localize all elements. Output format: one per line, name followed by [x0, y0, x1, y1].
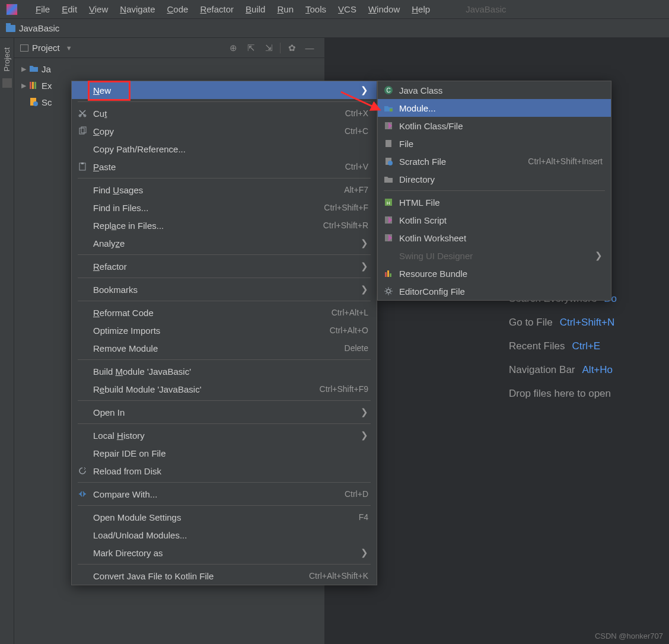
menu-item-mark-directory-as[interactable]: Mark Directory as❯ [72, 544, 377, 562]
menu-edit[interactable]: Edit [56, 4, 83, 14]
menu-run[interactable]: Run [271, 4, 300, 14]
project-view-icon [20, 44, 28, 52]
menu-item-analyze[interactable]: Analyze❯ [72, 234, 377, 252]
menu-item-label: Cut [93, 109, 345, 119]
expand-arrow-icon[interactable]: ▶ [21, 82, 28, 90]
menu-item-file[interactable]: File [378, 135, 611, 152]
menu-item-reformat-code[interactable]: Reformat CodeCtrl+Alt+L [72, 304, 377, 321]
svg-point-17 [388, 161, 393, 165]
breadcrumb-root[interactable]: JavaBasic [19, 23, 59, 33]
menu-item-repair-ide-on-file[interactable]: Repair IDE on File [72, 444, 377, 462]
menu-item-kotlin-worksheet[interactable]: Kotlin Worksheet [378, 229, 611, 247]
shortcut-label: Ctrl+Alt+Shift+K [309, 571, 368, 581]
menu-item-java-class[interactable]: CJava Class [378, 81, 611, 99]
hint-shortcut: Ctrl+Shift+N [560, 317, 615, 329]
menu-build[interactable]: Build [240, 4, 271, 14]
menu-item-label: Analyze [93, 238, 355, 248]
gear-icon[interactable]: ✿ [286, 43, 297, 53]
scratch-icon [378, 157, 399, 166]
kotlin-icon [378, 233, 399, 243]
menu-item-copy-path-reference-[interactable]: Copy Path/Reference... [72, 140, 377, 158]
menu-item-compare-with-[interactable]: Compare With...Ctrl+D [72, 485, 377, 503]
menu-item-label: Directory [399, 174, 603, 184]
hint-label: Recent Files [509, 340, 565, 352]
tree-node[interactable]: ▶ Ja [14, 60, 324, 77]
menu-item-convert-java-file-to-kotlin-file[interactable]: Convert Java File to Kotlin FileCtrl+Alt… [72, 567, 377, 585]
paste-icon [72, 162, 93, 171]
shortcut-label: Ctrl+Alt+L [332, 308, 368, 317]
menu-navigate[interactable]: Navigate [114, 4, 161, 14]
menu-item-bookmarks[interactable]: Bookmarks❯ [72, 280, 377, 298]
expand-all-icon[interactable]: ⇱ [246, 43, 256, 53]
project-tab[interactable]: Project [2, 44, 11, 75]
menu-item-rebuild-module-javabasic-[interactable]: Rebuild Module 'JavaBasic'Ctrl+Shift+F9 [72, 380, 377, 398]
menu-refactor[interactable]: Refactor [194, 4, 240, 14]
menu-item-editorconfig-file[interactable]: EditorConfig File [378, 282, 611, 300]
toolwindow-stripe: Project [0, 38, 14, 644]
menu-item-load-unload-modules-[interactable]: Load/Unload Modules... [72, 526, 377, 544]
menu-help[interactable]: Help [406, 4, 436, 14]
menu-item-reload-from-disk[interactable]: Reload from Disk [72, 462, 377, 480]
menu-window[interactable]: Window [362, 4, 406, 14]
chevron-down-icon[interactable]: ▼ [66, 44, 72, 52]
menu-item-label: Convert Java File to Kotlin File [93, 571, 309, 581]
menu-tools[interactable]: Tools [300, 4, 332, 14]
menu-item-label: Refactor [93, 262, 355, 272]
locate-icon[interactable]: ⊕ [228, 43, 238, 53]
svg-rect-2 [34, 82, 36, 89]
menu-item-refactor[interactable]: Refactor❯ [72, 257, 377, 275]
module-icon [378, 103, 399, 113]
menu-item-label: Resource Bundle [399, 269, 603, 279]
menu-item-copy[interactable]: CopyCtrl+C [72, 122, 377, 140]
menu-item-open-module-settings[interactable]: Open Module SettingsF4 [72, 508, 377, 526]
toolwindow-title[interactable]: Project [32, 43, 60, 53]
menu-item-resource-bundle[interactable]: Resource Bundle [378, 264, 611, 282]
hint-shortcut: Alt+Ho [582, 364, 613, 376]
svg-rect-13 [390, 109, 393, 111]
app-icon [6, 4, 18, 15]
reload-icon [72, 466, 93, 476]
menu-item-optimize-imports[interactable]: Optimize ImportsCtrl+Alt+O [72, 321, 377, 339]
menu-item-find-usages[interactable]: Find UsagesAlt+F7 [72, 181, 377, 199]
window-title: JavaBasic [436, 4, 506, 14]
menu-vcs[interactable]: VCS [332, 4, 362, 14]
submenu-arrow-icon: ❯ [355, 238, 368, 248]
hint-label: Drop files here to open [509, 388, 611, 400]
menu-item-cut[interactable]: CutCtrl+X [72, 104, 377, 122]
menu-item-build-module-javabasic-[interactable]: Build Module 'JavaBasic' [72, 362, 377, 380]
menu-item-replace-in-files-[interactable]: Replace in Files...Ctrl+Shift+R [72, 216, 377, 234]
expand-arrow-icon[interactable]: ▶ [21, 65, 28, 73]
menu-item-local-history[interactable]: Local History❯ [72, 426, 377, 444]
menu-item-find-in-files-[interactable]: Find in Files...Ctrl+Shift+F [72, 199, 377, 216]
menu-item-scratch-file[interactable]: Scratch FileCtrl+Alt+Shift+Insert [378, 152, 611, 170]
menu-item-kotlin-class-file[interactable]: Kotlin Class/File [378, 117, 611, 135]
menu-view[interactable]: View [83, 4, 114, 14]
hide-icon[interactable]: — [304, 43, 315, 53]
structure-tab-icon[interactable] [2, 78, 12, 88]
menu-item-label: Optimize Imports [93, 326, 330, 336]
menu-item-label: Repair IDE on File [93, 448, 368, 458]
menu-item-label: HTML File [399, 197, 603, 208]
shortcut-label: Ctrl+Shift+R [323, 221, 368, 230]
menu-item-kotlin-script[interactable]: Kotlin Script [378, 211, 611, 229]
svg-rect-24 [390, 273, 391, 277]
menu-item-paste[interactable]: PasteCtrl+V [72, 158, 377, 176]
menu-item-module-[interactable]: Module... [378, 99, 611, 117]
shortcut-label: Ctrl+D [345, 489, 368, 499]
menu-item-remove-module[interactable]: Remove ModuleDelete [72, 339, 377, 357]
svg-point-4 [33, 101, 38, 106]
hint-shortcut: Ctrl+E [572, 340, 600, 352]
menu-item-swing-ui-designer: Swing UI Designer❯ [378, 247, 611, 264]
menu-item-html-file[interactable]: HHTML File [378, 193, 611, 211]
menu-item-label: Module... [399, 103, 603, 113]
menu-item-new[interactable]: New❯ [72, 81, 377, 99]
menu-item-label: EditorConfig File [399, 286, 603, 297]
collapse-all-icon[interactable]: ⇲ [263, 43, 274, 53]
submenu-arrow-icon: ❯ [355, 85, 368, 95]
menu-file[interactable]: File [30, 4, 56, 14]
svg-text:H: H [387, 200, 390, 206]
menu-item-open-in[interactable]: Open In❯ [72, 403, 377, 421]
menu-code[interactable]: Code [161, 4, 195, 14]
menu-item-directory[interactable]: Directory [378, 170, 611, 188]
context-menu: New❯CutCtrl+XCopyCtrl+CCopy Path/Referen… [71, 81, 377, 585]
